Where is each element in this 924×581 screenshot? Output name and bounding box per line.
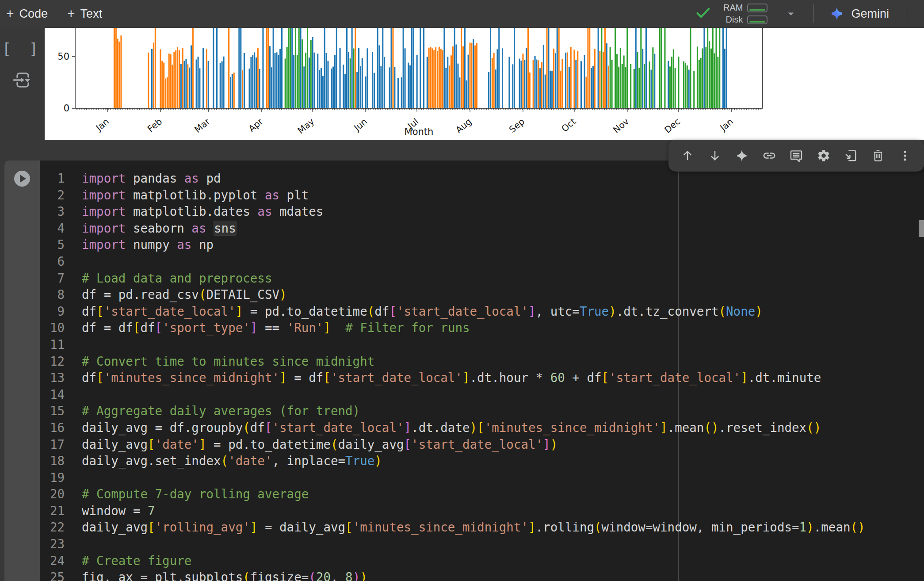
code-line: 12# Convert time to minutes since midnig… <box>40 353 924 370</box>
gemini-label: Gemini <box>851 7 889 21</box>
svg-text:Dec: Dec <box>662 116 682 135</box>
resources-dropdown-caret[interactable] <box>783 5 799 22</box>
code-line: 22daily_avg['rolling_avg'] = daily_avg['… <box>40 519 924 536</box>
svg-text:Aug: Aug <box>454 116 473 135</box>
code-line: 11 <box>40 336 924 353</box>
copy-link-icon[interactable] <box>762 148 777 163</box>
delete-cell-trash-icon[interactable] <box>871 148 886 163</box>
code-line: 25fig, ax = plt.subplots(figsize=(20, 8)… <box>40 569 924 581</box>
code-line: 9df['start_date_local'] = pd.to_datetime… <box>40 303 924 320</box>
more-cell-actions-kebab-icon[interactable] <box>897 148 913 163</box>
move-cell-down-button[interactable] <box>707 148 722 163</box>
add-code-button[interactable]: + Code <box>6 7 48 21</box>
code-line: 15# Aggregate daily averages (for trend) <box>40 403 924 420</box>
svg-text:Apr: Apr <box>246 116 265 134</box>
code-line: 1import pandas as pd <box>40 170 924 187</box>
cell-left-gutter <box>4 161 40 581</box>
ram-gauge <box>747 4 767 12</box>
svg-text:Jan: Jan <box>93 116 111 133</box>
svg-text:0: 0 <box>64 103 69 114</box>
svg-text:Feb: Feb <box>145 116 164 134</box>
output-left-gutter: [ ] <box>0 27 45 141</box>
code-line: 13df['minutes_since_midnight'] = df['sta… <box>40 370 924 386</box>
code-line: 14 <box>40 386 924 403</box>
code-line: 7# Load data and preprocess <box>40 270 924 287</box>
add-text-label: Text <box>80 7 103 21</box>
top-toolbar: + Code + Text RAM Disk <box>0 0 924 27</box>
vertical-scrollbar-thumb[interactable] <box>919 220 924 237</box>
code-line: 3import matplotlib.dates as mdates <box>40 203 924 220</box>
code-content[interactable]: 1import pandas as pd2import matplotlib.p… <box>40 161 924 581</box>
svg-text:Oct: Oct <box>559 116 578 134</box>
plus-icon: + <box>6 7 14 20</box>
plus-icon: + <box>67 7 75 20</box>
code-line: 16daily_avg = df.groupby(df['start_date_… <box>40 420 924 436</box>
svg-text:May: May <box>295 116 316 136</box>
code-line: 21window = 7 <box>40 503 924 520</box>
code-line: 19 <box>40 470 924 486</box>
code-line: 6 <box>40 253 924 270</box>
add-text-button[interactable]: + Text <box>67 7 102 21</box>
comment-icon[interactable] <box>789 148 804 163</box>
svg-text:Nov: Nov <box>611 116 631 135</box>
code-line: 2import matplotlib.pyplot as plt <box>40 187 924 204</box>
cell-output-area: 050JanFebMarAprMayJunJulAugSepOctNovDecJ… <box>45 28 924 140</box>
svg-text:Mar: Mar <box>192 116 212 135</box>
move-cell-up-button[interactable] <box>680 148 695 163</box>
generate-ai-sparkle-icon[interactable] <box>734 148 749 163</box>
cell-toolbar <box>668 140 924 172</box>
svg-text:Sep: Sep <box>507 116 527 135</box>
disk-label: Disk <box>726 15 743 25</box>
run-cell-button[interactable] <box>14 171 30 187</box>
svg-text:50: 50 <box>57 51 69 62</box>
gemini-spark-icon <box>829 6 845 22</box>
code-line: 18daily_avg.set_index('date', inplace=Tr… <box>40 453 924 470</box>
kernel-connected-check-icon <box>694 4 712 23</box>
code-line: 5import numpy as np <box>40 237 924 253</box>
code-line: 20# Compute 7-day rolling average <box>40 486 924 503</box>
code-line: 8df = pd.read_csv(DETAIL_CSV) <box>40 287 924 303</box>
matplotlib-bar-chart: 050JanFebMarAprMayJunJulAugSepOctNovDecJ… <box>45 28 924 140</box>
gear-icon[interactable] <box>816 148 831 163</box>
code-cell: 1import pandas as pd2import matplotlib.p… <box>4 161 924 581</box>
execution-count-brackets: [ ] <box>2 40 42 57</box>
code-line: 10df = df[df['sport_type'] == 'Run'] # F… <box>40 320 924 336</box>
svg-text:Jan: Jan <box>717 116 735 133</box>
code-line: 4import seaborn as sns <box>40 220 924 237</box>
svg-text:Month: Month <box>405 126 434 137</box>
disk-gauge <box>747 15 767 24</box>
resource-monitor[interactable]: RAM Disk <box>723 3 767 25</box>
cell-output-actions-icon[interactable] <box>11 70 34 92</box>
code-line: 17daily_avg['date'] = pd.to_datetime(dai… <box>40 436 924 453</box>
svg-text:Jun: Jun <box>351 116 369 134</box>
mirror-cell-in-tab-icon[interactable] <box>843 148 858 163</box>
ram-label: RAM <box>723 3 743 13</box>
gemini-button[interactable]: Gemini <box>826 5 892 22</box>
toolbar-divider <box>813 4 814 23</box>
add-code-label: Code <box>19 7 48 21</box>
code-editor[interactable]: 1import pandas as pd2import matplotlib.p… <box>40 161 924 581</box>
code-line: 23 <box>40 536 924 553</box>
play-icon <box>20 175 26 183</box>
code-line: 24# Create figure <box>40 553 924 570</box>
colab-notebook-window: + Code + Text RAM Disk <box>0 0 924 581</box>
toolbar-divider <box>907 4 907 23</box>
